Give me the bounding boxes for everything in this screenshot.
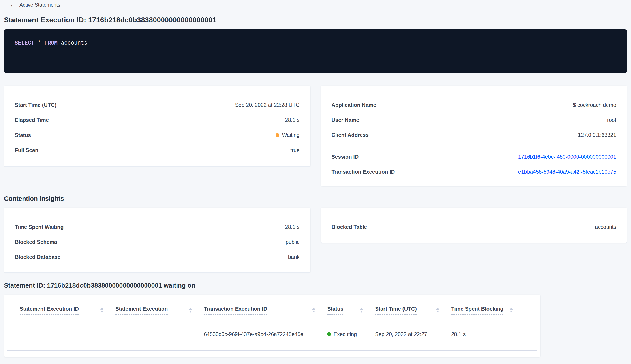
info-row-elapsed-time: Elapsed Time 28.1 s <box>15 116 300 124</box>
column-header-start-time: Start Time (UTC) <box>375 306 451 314</box>
table-header-row: Statement Execution ID Statement Executi… <box>4 295 540 318</box>
info-value: Sep 20, 2022 at 22:28 UTC <box>235 101 300 109</box>
info-row-status: Status Waiting <box>15 131 300 139</box>
info-label: Client Address <box>332 131 369 139</box>
sort-down-icon <box>510 310 513 312</box>
info-row-transaction-execution-id: Transaction Execution ID e1bba458-5948-4… <box>332 168 616 176</box>
session-id-link[interactable]: 1716b1f6-4e0c-f480-0000-000000000001 <box>518 153 616 160</box>
info-row-time-spent-waiting: Time Spent Waiting 28.1 s <box>15 223 300 231</box>
sql-star: * <box>38 40 41 46</box>
info-label: Blocked Schema <box>15 238 57 246</box>
info-label: Time Spent Waiting <box>15 223 64 231</box>
sort-icon[interactable] <box>188 307 193 314</box>
status-text: Executing <box>334 331 357 337</box>
status-value: Waiting <box>276 131 300 139</box>
sort-icon[interactable] <box>311 307 316 314</box>
contention-details-card: Time Spent Waiting 28.1 s Blocked Schema… <box>4 208 310 273</box>
sort-up-icon <box>360 308 363 310</box>
cell-start-time: Sep 20, 2022 at 22:27 <box>375 331 451 337</box>
column-header-label[interactable]: Start Time (UTC) <box>375 306 417 314</box>
info-row-blocked-table: Blocked Table accounts <box>332 223 616 231</box>
sort-icon[interactable] <box>359 307 364 314</box>
contention-row: Time Spent Waiting 28.1 s Blocked Schema… <box>4 208 627 273</box>
info-row-session-id: Session ID 1716b1f6-4e0c-f480-0000-00000… <box>332 153 616 160</box>
info-label: Transaction Execution ID <box>332 168 395 176</box>
sql-table-name: accounts <box>61 40 87 46</box>
sort-down-icon <box>436 310 439 312</box>
info-label: Session ID <box>332 153 359 160</box>
column-header-statement-execution: Statement Execution <box>116 306 204 314</box>
sort-icon[interactable] <box>509 307 514 314</box>
sort-icon[interactable] <box>100 307 104 314</box>
back-link-label: Active Statements <box>20 2 60 8</box>
overview-card: Start Time (UTC) Sep 20, 2022 at 22:28 U… <box>4 86 310 166</box>
status-text: Waiting <box>282 131 300 139</box>
back-arrow-icon: ← <box>10 2 16 8</box>
info-label: Status <box>15 132 31 139</box>
sql-statement-box: SELECT * FROM accounts <box>4 29 627 73</box>
sort-down-icon <box>360 310 363 312</box>
info-value: 28.1 s <box>285 223 300 231</box>
blocked-table-card: Blocked Table accounts <box>321 208 627 243</box>
overview-row: Start Time (UTC) Sep 20, 2022 at 22:28 U… <box>4 86 627 186</box>
column-header-time-spent-blocking: Time Spent Blocking <box>451 306 525 314</box>
waiting-on-heading: Statement ID: 1716b218dc0b38380000000000… <box>4 282 627 290</box>
info-row-application-name: Application Name $ cockroach demo <box>332 101 616 109</box>
page-title: Statement Execution ID: 1716b218dc0b3838… <box>4 15 627 25</box>
sql-keyword-select: SELECT <box>14 40 34 46</box>
back-to-active-statements-link[interactable]: ← Active Statements <box>4 2 60 8</box>
cell-status: Executing <box>327 331 375 338</box>
info-row-blocked-schema: Blocked Schema public <box>15 238 300 246</box>
sort-down-icon <box>189 310 192 312</box>
info-row-client-address: Client Address 127.0.0.1:63321 <box>332 131 616 139</box>
info-label: User Name <box>332 116 359 124</box>
column-header-label[interactable]: Time Spent Blocking <box>451 306 504 314</box>
cell-time-spent-blocking: 28.1 s <box>451 331 525 337</box>
column-header-label[interactable]: Statement Execution ID <box>20 306 79 314</box>
waiting-statements-table: Statement Execution ID Statement Executi… <box>4 294 540 357</box>
column-header-label[interactable]: Transaction Execution ID <box>204 306 267 314</box>
sort-up-icon <box>436 308 439 310</box>
info-value: true <box>290 146 300 154</box>
info-label: Blocked Database <box>15 253 60 261</box>
info-value: root <box>607 116 616 124</box>
sort-down-icon <box>312 310 315 312</box>
executing-status-dot-icon <box>327 332 331 336</box>
info-value: $ cockroach demo <box>573 101 616 109</box>
sql-keyword-from: FROM <box>44 40 58 46</box>
column-header-status: Status <box>327 306 375 314</box>
sort-icon[interactable] <box>435 307 440 314</box>
table-row-divider <box>7 350 538 351</box>
info-label: Full Scan <box>15 146 38 154</box>
sort-up-icon <box>312 308 315 310</box>
info-row-blocked-database: Blocked Database bank <box>15 253 300 261</box>
waiting-status-dot-icon <box>276 133 279 137</box>
sort-up-icon <box>510 308 513 310</box>
info-value: 28.1 s <box>285 116 300 124</box>
info-label: Blocked Table <box>332 223 367 231</box>
contention-insights-heading: Contention Insights <box>4 194 627 202</box>
table-row: 64530d0c-969f-437e-a9b4-26a72245e45e Exe… <box>4 318 540 350</box>
cell-transaction-execution-id: 64530d0c-969f-437e-a9b4-26a72245e45e <box>204 331 327 337</box>
info-value: accounts <box>595 223 616 231</box>
info-row-user-name: User Name root <box>332 116 616 124</box>
column-header-label[interactable]: Statement Execution <box>116 306 168 314</box>
sort-up-icon <box>189 308 192 310</box>
sort-down-icon <box>100 310 104 312</box>
info-label: Elapsed Time <box>15 116 49 124</box>
column-header-statement-execution-id: Statement Execution ID <box>20 306 116 314</box>
info-label: Start Time (UTC) <box>15 101 56 109</box>
statement-execution-details-page: ← Active Statements Statement Execution … <box>0 0 631 364</box>
info-value: public <box>286 238 300 246</box>
column-header-label[interactable]: Status <box>327 306 343 314</box>
transaction-execution-id-link[interactable]: e1bba458-5948-40a9-a42f-5feac1b10e75 <box>518 168 616 176</box>
info-value: bank <box>288 253 300 261</box>
info-value: 127.0.0.1:63321 <box>578 131 616 139</box>
info-row-full-scan: Full Scan true <box>15 146 300 154</box>
info-row-start-time: Start Time (UTC) Sep 20, 2022 at 22:28 U… <box>15 101 300 109</box>
sort-up-icon <box>100 308 104 310</box>
info-label: Application Name <box>332 101 376 109</box>
column-header-transaction-execution-id: Transaction Execution ID <box>204 306 327 314</box>
session-card: Application Name $ cockroach demo User N… <box>321 86 627 186</box>
card-divider <box>332 146 616 146</box>
